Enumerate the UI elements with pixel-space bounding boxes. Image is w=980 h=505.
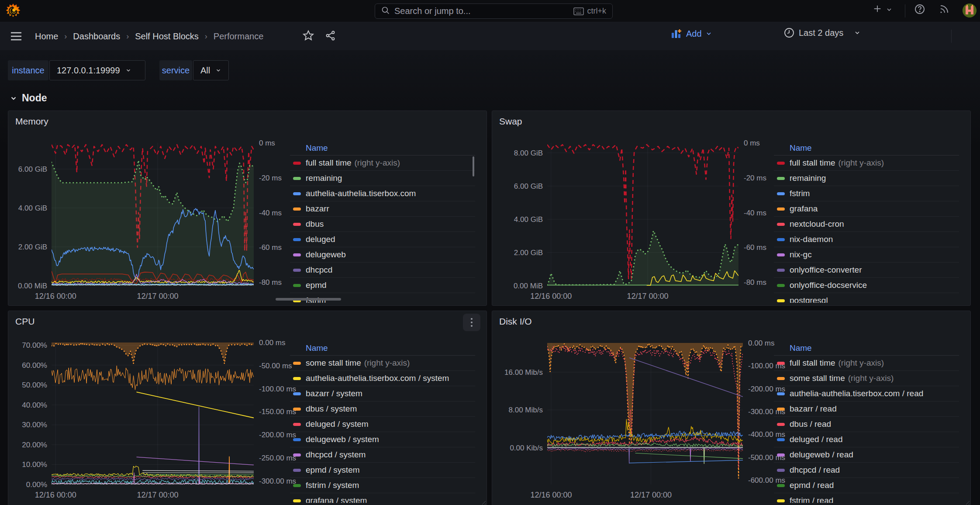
legend-item[interactable]: full stall time(right y-axis) — [774, 156, 959, 171]
legend-item[interactable]: grafana / system — [290, 493, 475, 503]
legend-item[interactable]: nix-daemon — [774, 232, 959, 247]
legend-item[interactable]: grafana — [774, 201, 959, 217]
legend-label: dhcpcd / read — [790, 465, 840, 475]
legend-label: remaining — [306, 173, 342, 183]
legend-item[interactable]: authelia-authelia.tiserbox.com — [290, 186, 475, 201]
legend-swatch — [777, 453, 785, 457]
legend-item[interactable]: fstrim — [774, 186, 959, 201]
legend-item[interactable]: dhcpcd — [290, 263, 475, 278]
legend-swatch — [777, 223, 785, 226]
left-axis-tick: 8.00 GiB — [514, 149, 543, 157]
legend-swatch — [777, 484, 785, 487]
legend-item[interactable]: fstrim / system — [290, 478, 475, 493]
legend-swatch — [777, 269, 785, 272]
legend-item[interactable]: dhcpcd / read — [774, 463, 959, 478]
right-axis-tick: -60 ms — [259, 243, 282, 252]
breadcrumb-item[interactable]: Dashboards — [73, 31, 120, 42]
new-button[interactable] — [873, 4, 893, 14]
legend-item[interactable]: deluged — [290, 232, 475, 247]
legend-item[interactable]: dbus — [290, 217, 475, 232]
panel-disk-i-o: Disk I/O16.00 Mib/s8.00 Mib/s0.00 Kib/s0… — [492, 311, 971, 505]
legend-swatch — [293, 253, 301, 256]
legend-item[interactable]: deluged / read — [774, 432, 959, 447]
legend-item[interactable]: delugeweb — [290, 247, 475, 263]
legend-item[interactable]: some stall time(right y-axis) — [290, 356, 475, 371]
breadcrumb-item[interactable]: Home — [35, 31, 58, 42]
legend-item[interactable]: onlyoffice-docservice — [774, 278, 959, 293]
legend-header-name[interactable]: Name — [290, 342, 475, 356]
search-input[interactable]: Search or jump to... ctrl+k — [375, 3, 613, 19]
legend-item[interactable]: bazarr / system — [290, 386, 475, 401]
left-axis-tick: 2.00 GiB — [514, 249, 543, 257]
series-unlabeled-blue-diagonal-below — [629, 460, 743, 463]
left-axis-tick: 6.00 GiB — [18, 165, 47, 173]
mega-menu-icon[interactable] — [10, 31, 22, 41]
legend-suffix: (right y-axis) — [848, 374, 894, 383]
legend-item[interactable]: deluged / system — [290, 417, 475, 432]
legend-label: dhcpcd — [306, 265, 332, 275]
legend-label: nix-daemon — [790, 235, 833, 244]
legend-item[interactable]: nextcloud-cron — [774, 217, 959, 232]
panel-cpu: CPU70.00%60.00%50.00%40.00%30.00%20.00%1… — [8, 311, 487, 505]
legend-header-name[interactable]: Name — [774, 342, 959, 356]
legend-item[interactable]: delugeweb / system — [290, 432, 475, 447]
legend-label: authelia-authelia.tiserbox.com / read — [790, 389, 923, 398]
share-icon[interactable] — [325, 30, 336, 43]
legend-item[interactable]: postgresql — [774, 293, 959, 303]
right-axis-tick: -20 ms — [259, 174, 282, 182]
variable-select-service[interactable]: All — [193, 60, 229, 80]
legend-label: deluged — [306, 235, 335, 244]
legend-item[interactable]: full stall time(right y-axis) — [290, 156, 475, 171]
legend-item[interactable]: authelia-authelia.tiserbox.com / system — [290, 371, 475, 386]
right-axis-tick: 0.00 ms — [259, 339, 285, 347]
news-rss-icon[interactable] — [939, 4, 949, 14]
panel-legend: Namesome stall time(right y-axis)autheli… — [290, 342, 475, 503]
legend-item[interactable]: fstrim / read — [774, 493, 959, 503]
legend-item[interactable]: epmd — [290, 278, 475, 293]
breadcrumb-separator-icon: › — [205, 32, 207, 41]
legend-vertical-scrollbar[interactable] — [473, 156, 474, 176]
legend-item[interactable]: epmd / read — [774, 478, 959, 493]
legend-item[interactable]: dhcpcd / system — [290, 447, 475, 463]
legend-item[interactable]: bazarr — [290, 201, 475, 217]
legend-label: delugeweb / system — [306, 435, 379, 444]
help-icon[interactable] — [914, 4, 925, 14]
legend-swatch — [293, 499, 301, 502]
legend-header-name[interactable]: Name — [290, 142, 475, 156]
legend-item[interactable]: onlyoffice-converter — [774, 263, 959, 278]
grafana-logo-icon[interactable] — [5, 3, 21, 19]
legend-swatch — [293, 392, 301, 395]
favorite-star-icon[interactable] — [303, 30, 314, 43]
legend-item[interactable]: dbus / system — [290, 401, 475, 417]
section-node-toggle[interactable]: Node — [10, 92, 47, 104]
add-panel-button[interactable]: Add — [671, 28, 712, 39]
legend-header-name[interactable]: Name — [774, 142, 959, 156]
legend-label: deluged / read — [790, 435, 843, 444]
grafana-dashboard: Search or jump to... ctrl+k Home›Dashboa… — [0, 0, 980, 505]
user-avatar[interactable] — [963, 3, 977, 17]
legend-item[interactable]: remaining — [290, 171, 475, 186]
legend-horizontal-scrollbar[interactable] — [276, 298, 341, 301]
legend-label: fstrim / read — [790, 496, 833, 503]
legend-swatch — [777, 392, 785, 395]
legend-item[interactable]: bazarr / read — [774, 401, 959, 417]
legend-item[interactable]: nix-gc — [774, 247, 959, 263]
legend-swatch — [293, 423, 301, 426]
legend-item[interactable]: authelia-authelia.tiserbox.com / read — [774, 386, 959, 401]
legend-swatch — [777, 423, 785, 426]
left-axis-tick: 30.00% — [22, 421, 47, 429]
legend-item[interactable]: delugeweb / read — [774, 447, 959, 463]
legend-item[interactable]: full stall time(right y-axis) — [774, 356, 959, 371]
legend-item[interactable]: dbus / read — [774, 417, 959, 432]
series-unlabeled-purple-spike-down — [629, 448, 630, 463]
legend-swatch — [293, 177, 301, 180]
time-range-picker[interactable]: Last 2 days — [784, 28, 861, 38]
variable-select-instance[interactable]: 127.0.0.1:19999 — [49, 60, 145, 80]
legend-item[interactable]: some stall time(right y-axis) — [774, 371, 959, 386]
legend-swatch — [293, 192, 301, 195]
legend-label: delugeweb / read — [790, 450, 853, 460]
legend-item[interactable]: remaining — [774, 171, 959, 186]
series-unlabeled-red-below — [547, 449, 743, 452]
breadcrumb-item[interactable]: Self Host Blocks — [135, 31, 199, 42]
legend-item[interactable]: epmd / system — [290, 463, 475, 478]
